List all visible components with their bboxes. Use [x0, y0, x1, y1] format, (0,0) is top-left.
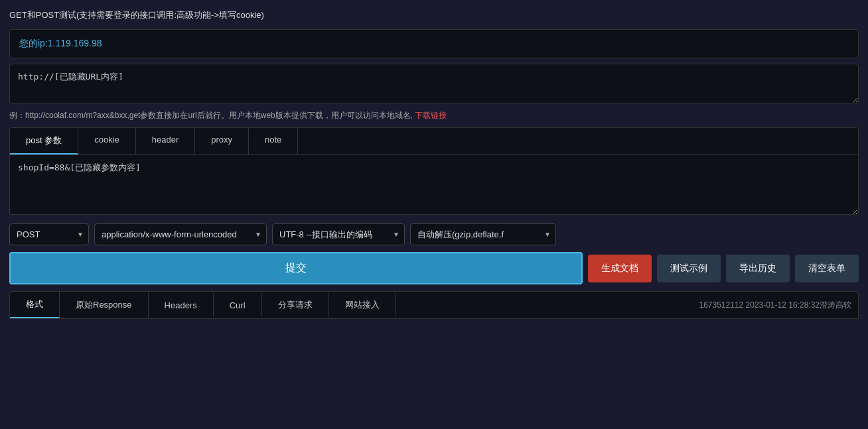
bottom-tab-curl[interactable]: Curl	[214, 294, 262, 317]
params-input[interactable]: shopId=88&[已隐藏参数内容]	[9, 155, 859, 215]
bottom-tab-raw-response[interactable]: 原始Response	[60, 292, 149, 318]
page-title: GET和POST测试(支持需要登录的接口调用:高级功能->填写cookie)	[9, 7, 859, 24]
tab-post-params[interactable]: post 参数	[10, 128, 78, 154]
action-buttons: 提交 生成文档 测试示例 导出历史 清空表单	[9, 252, 859, 284]
ip-display: 您的ip:1.119.169.98	[9, 29, 859, 58]
bottom-tab-share[interactable]: 分享请求	[262, 292, 329, 318]
content-type-select-wrapper: application/x-www-form-urlencoded applic…	[94, 223, 267, 245]
clear-form-button[interactable]: 清空表单	[795, 255, 859, 282]
tab-proxy[interactable]: proxy	[195, 128, 249, 154]
decompress-select-wrapper: 自动解压(gzip,deflate,f 不解压 强制解压	[410, 223, 556, 245]
ip-label: 您的ip:	[19, 38, 48, 48]
method-select[interactable]: GET POST PUT DELETE PATCH	[9, 223, 89, 245]
bottom-tab-bar: 格式 原始Response Headers Curl 分享请求 网站接入 167…	[9, 291, 859, 319]
url-input[interactable]: http://[已隐藏URL内容]	[9, 64, 859, 103]
decompress-select[interactable]: 自动解压(gzip,deflate,f 不解压 强制解压	[410, 223, 556, 245]
hint-text: 例：http://coolaf.com/m?axx&bxx,get参数直接加在u…	[9, 111, 413, 120]
bottom-tab-format[interactable]: 格式	[10, 292, 60, 318]
controls-row: GET POST PUT DELETE PATCH application/x-…	[9, 223, 859, 245]
bottom-tab-website[interactable]: 网站接入	[329, 292, 396, 318]
content-type-select[interactable]: application/x-www-form-urlencoded applic…	[94, 223, 267, 245]
tab-header[interactable]: header	[136, 128, 195, 154]
encoding-select[interactable]: UTF-8 --接口输出的编码 GBK UTF-16	[272, 223, 405, 245]
download-link[interactable]: 下载链接	[415, 111, 447, 120]
tab-cookie[interactable]: cookie	[78, 128, 136, 154]
method-select-wrapper: GET POST PUT DELETE PATCH	[9, 223, 89, 245]
hint-area: 例：http://coolaf.com/m?axx&bxx,get参数直接加在u…	[9, 109, 859, 122]
submit-button[interactable]: 提交	[9, 252, 583, 284]
bottom-tab-headers[interactable]: Headers	[149, 294, 214, 317]
tab-note[interactable]: note	[249, 128, 298, 154]
test-example-button[interactable]: 测试示例	[657, 255, 721, 282]
export-history-button[interactable]: 导出历史	[726, 255, 790, 282]
encoding-select-wrapper: UTF-8 --接口输出的编码 GBK UTF-16	[272, 223, 405, 245]
params-tab-bar: post 参数 cookie header proxy note	[9, 127, 859, 155]
bottom-right-info: 1673512112 2023-01-12 16:28:32澄涛高软	[699, 300, 859, 311]
generate-doc-button[interactable]: 生成文档	[588, 255, 652, 282]
ip-value: 1.119.169.98	[48, 38, 102, 48]
